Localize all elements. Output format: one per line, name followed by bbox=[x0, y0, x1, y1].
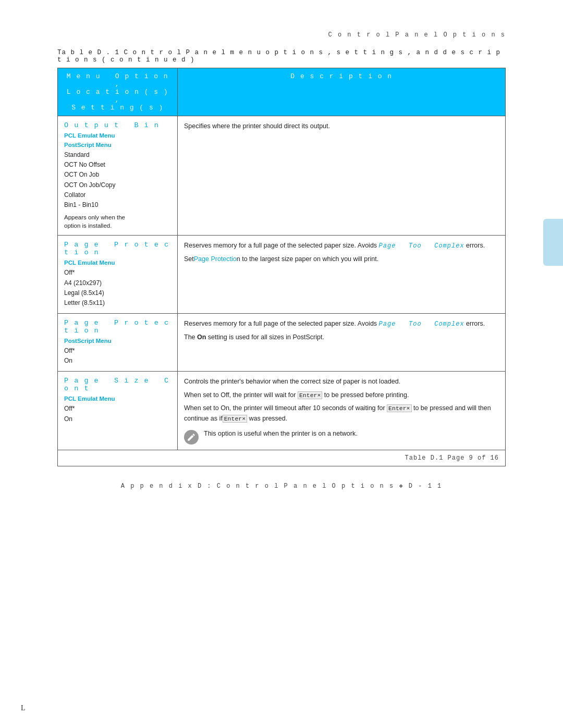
page-prot-ps-desc: Reserves memory for a full page of the s… bbox=[178, 314, 506, 372]
page-prot-ps-menu: PostScript Menu bbox=[64, 338, 171, 344]
table-row: O u t p u t B i n PCL Emulat Menu PostSc… bbox=[58, 116, 506, 236]
page-prot-ps-settings: Off* On bbox=[64, 346, 171, 366]
page-size-cont-settings: Off* On bbox=[64, 404, 171, 424]
page-protection-link-1: Page Protectio bbox=[194, 255, 237, 263]
page-prot-pcl-col1: P a g e P r o t e c t i o n PCL Emulat M… bbox=[58, 236, 178, 314]
page-prot-pcl-desc-p2: SetPage Protection to the largest size p… bbox=[184, 254, 499, 264]
page-too-complex-1: Page Too Complex bbox=[379, 242, 464, 250]
table-header-row: M e n u O p t i o n ,L o c a t i o n ( s… bbox=[58, 68, 506, 116]
table-footer-cell: Table D.1 Page 9 of 16 bbox=[58, 450, 506, 466]
table-row: P a g e P r o t e c t i o n PostScript M… bbox=[58, 314, 506, 372]
table-footer-text: Table D.1 Page 9 of 16 bbox=[405, 454, 499, 462]
header-title: C o n t r o l P a n e l O p t i o n s bbox=[328, 31, 506, 39]
output-bin-menu2: PostScript Menu bbox=[64, 142, 171, 148]
table-row: P a g e S i z e C o n t PCL Emulat Menu … bbox=[58, 372, 506, 450]
page-prot-pcl-menu: PCL Emulat Menu bbox=[64, 260, 171, 266]
table-caption: Ta b l e D . 1 C o n t r o l P a n e l m… bbox=[0, 44, 563, 68]
table-row: P a g e P r o t e c t i o n PCL Emulat M… bbox=[58, 236, 506, 314]
bottom-mark: L bbox=[21, 704, 26, 712]
pencil-icon bbox=[187, 433, 196, 442]
page-size-cont-desc-p2: When set to Off, the printer will wait f… bbox=[184, 390, 499, 400]
page-prot-pcl-desc-p1: Reserves memory for a full page of the s… bbox=[184, 241, 499, 251]
page-header: C o n t r o l P a n e l O p t i o n s bbox=[0, 0, 563, 44]
output-bin-col1: O u t p u t B i n PCL Emulat Menu PostSc… bbox=[58, 116, 178, 236]
enter-code-1: Enter× bbox=[298, 391, 322, 399]
page-footer: A p p e n d i x D : C o n t r o l P a n … bbox=[0, 466, 563, 500]
page-footer-text: A p p e n d i x D : C o n t r o l P a n … bbox=[121, 483, 443, 490]
table-footer-row: Table D.1 Page 9 of 16 bbox=[58, 450, 506, 466]
col1-header-text: M e n u O p t i o n ,L o c a t i o n ( s… bbox=[67, 72, 168, 112]
page-prot-ps-desc-p2: The On setting is used for all sizes in … bbox=[184, 332, 499, 342]
output-bin-menu1: PCL Emulat Menu bbox=[64, 132, 171, 139]
output-bin-title: O u t p u t B i n bbox=[64, 121, 171, 129]
page-size-cont-title: P a g e S i z e C o n t bbox=[64, 377, 171, 392]
page-prot-pcl-settings: Off* A4 (210x297) Legal (8.5x14) Letter … bbox=[64, 268, 171, 308]
page-size-cont-desc: Controls the printer's behavior when the… bbox=[178, 372, 506, 450]
output-bin-settings: Standard OCT No Offset OCT On Job OCT On… bbox=[64, 150, 171, 210]
page-prot-ps-col1: P a g e P r o t e c t i o n PostScript M… bbox=[58, 314, 178, 372]
col1-header: M e n u O p t i o n ,L o c a t i o n ( s… bbox=[58, 68, 178, 116]
main-table: M e n u O p t i o n ,L o c a t i o n ( s… bbox=[57, 68, 506, 466]
page-prot-ps-desc-p1: Reserves memory for a full page of the s… bbox=[184, 319, 499, 329]
note-text: This option is useful when the printer i… bbox=[204, 429, 358, 439]
page-size-cont-desc-p1: Controls the printer's behavior when the… bbox=[184, 377, 499, 387]
page-size-cont-col1: P a g e S i z e C o n t PCL Emulat Menu … bbox=[58, 372, 178, 450]
col2-header: D e s c r i p t i o n bbox=[178, 68, 506, 116]
bottom-mark-text: L bbox=[21, 704, 26, 712]
page-size-cont-desc-p3: When set to On, the printer will timeout… bbox=[184, 403, 499, 424]
enter-code-2: Enter× bbox=[387, 404, 411, 412]
table-caption-text: Ta b l e D . 1 C o n t r o l P a n e l m… bbox=[57, 49, 500, 64]
page-prot-ps-title: P a g e P r o t e c t i o n bbox=[64, 319, 171, 335]
page-prot-pcl-desc: Reserves memory for a full page of the s… bbox=[178, 236, 506, 314]
note-area: This option is useful when the printer i… bbox=[184, 429, 499, 445]
output-bin-desc-text: Specifies where the printer should direc… bbox=[184, 121, 499, 131]
page-size-cont-menu: PCL Emulat Menu bbox=[64, 396, 171, 402]
col2-header-text: D e s c r i p t i o n bbox=[290, 72, 392, 80]
right-tab-bookmark bbox=[543, 219, 563, 266]
enter-code-3: Enter× bbox=[223, 415, 247, 423]
page-prot-pcl-title: P a g e P r o t e c t i o n bbox=[64, 241, 171, 256]
page-too-complex-2: Page Too Complex bbox=[379, 320, 464, 328]
page-wrapper: C o n t r o l P a n e l O p t i o n s Ta… bbox=[0, 0, 563, 728]
output-bin-note: Appears only when theoption is installed… bbox=[64, 213, 171, 230]
output-bin-desc: Specifies where the printer should direc… bbox=[178, 116, 506, 236]
note-icon bbox=[184, 430, 199, 445]
